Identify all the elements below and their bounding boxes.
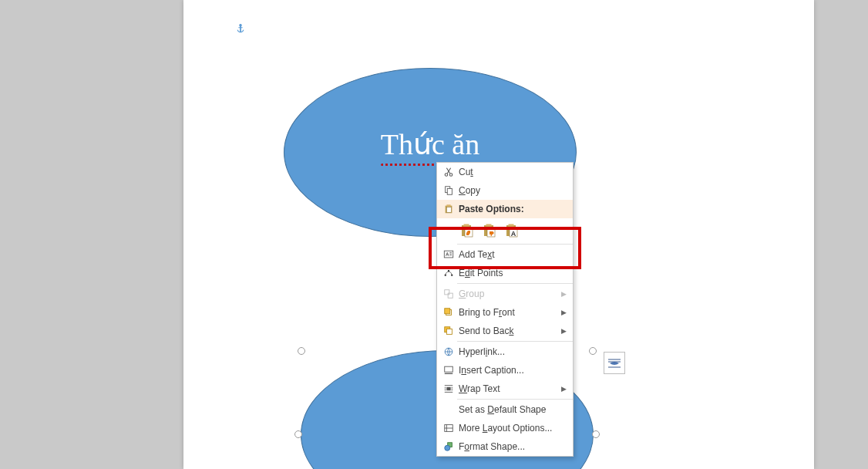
- menu-more-layout-options[interactable]: More Layout Options...: [437, 419, 573, 437]
- svg-point-0: [445, 174, 448, 177]
- add-text-icon: [440, 249, 457, 260]
- menu-paste-options-label: Paste Options:: [437, 200, 573, 218]
- menu-label: Send to Back: [457, 326, 558, 336]
- svg-rect-6: [446, 207, 451, 212]
- menu-label: Wrap Text: [457, 383, 558, 394]
- submenu-arrow-icon: ▶: [561, 290, 567, 298]
- menu-set-default-shape[interactable]: Set as Default Shape: [437, 400, 573, 419]
- svg-rect-8: [464, 224, 469, 227]
- menu-wrap-text[interactable]: Wrap Text ▶: [437, 380, 573, 398]
- cut-icon: [440, 167, 457, 177]
- svg-rect-14: [509, 224, 514, 227]
- menu-cut[interactable]: Cut: [437, 163, 573, 181]
- layout-options-icon: [440, 423, 457, 434]
- svg-point-32: [445, 445, 450, 450]
- context-menu: Cut Copy Paste Options: A Add Text: [436, 162, 574, 457]
- group-icon: [440, 288, 457, 299]
- svg-rect-18: [445, 275, 446, 276]
- menu-label: Paste Options:: [457, 204, 567, 214]
- edit-points-icon: [440, 268, 457, 278]
- anchor-icon: [235, 23, 246, 36]
- selection-handle[interactable]: [294, 430, 302, 438]
- menu-insert-caption[interactable]: Insert Caption...: [437, 361, 573, 380]
- submenu-arrow-icon: ▶: [561, 309, 567, 316]
- paste-icon: [440, 204, 457, 214]
- menu-label: Hyperlink...: [457, 346, 567, 357]
- selection-handle[interactable]: [589, 347, 597, 355]
- menu-label: More Layout Options...: [457, 423, 567, 434]
- menu-label: Group: [457, 288, 558, 299]
- menu-label: Add Text: [457, 249, 567, 260]
- menu-format-shape[interactable]: Format Shape...: [437, 437, 573, 456]
- submenu-arrow-icon: ▶: [561, 385, 567, 393]
- menu-copy[interactable]: Copy: [437, 181, 573, 200]
- menu-label: Set as Default Shape: [457, 404, 567, 415]
- shape-text: Thức ăn: [381, 127, 479, 161]
- layout-options-button[interactable]: [604, 352, 625, 374]
- selection-handle[interactable]: [592, 430, 600, 438]
- menu-send-to-back[interactable]: Send to Back ▶: [437, 322, 573, 340]
- menu-group: Group ▶: [437, 285, 573, 303]
- menu-separator: [457, 341, 573, 342]
- paste-text-only-icon[interactable]: A: [505, 223, 520, 238]
- menu-add-text[interactable]: Add Text: [437, 245, 573, 264]
- svg-rect-11: [486, 224, 492, 227]
- caption-icon: [440, 365, 457, 376]
- svg-rect-17: [444, 251, 453, 258]
- selection-handle[interactable]: [298, 347, 305, 355]
- menu-separator: [457, 244, 573, 245]
- svg-rect-5: [446, 204, 450, 207]
- menu-label: Insert Caption...: [457, 365, 567, 376]
- paste-merge-icon[interactable]: [483, 223, 498, 238]
- svg-rect-26: [446, 329, 452, 334]
- svg-rect-22: [448, 293, 453, 298]
- menu-hyperlink[interactable]: Hyperlink...: [437, 342, 573, 361]
- menu-edit-points[interactable]: Edit Points: [437, 264, 573, 282]
- send-back-icon: [440, 326, 457, 336]
- svg-rect-3: [447, 188, 452, 194]
- svg-rect-19: [451, 275, 453, 276]
- copy-icon: [440, 185, 457, 196]
- format-shape-icon: [440, 441, 457, 452]
- menu-label: Cut: [457, 167, 567, 177]
- paste-keep-source-icon[interactable]: [460, 223, 476, 238]
- svg-rect-21: [445, 290, 449, 295]
- menu-label: Edit Points: [457, 268, 567, 278]
- submenu-arrow-icon: ▶: [561, 327, 567, 335]
- svg-rect-24: [445, 309, 450, 314]
- svg-rect-28: [445, 366, 453, 372]
- wrap-text-icon: [440, 383, 457, 394]
- svg-point-1: [449, 174, 453, 177]
- menu-separator: [457, 399, 573, 400]
- menu-label: Format Shape...: [457, 441, 567, 452]
- svg-rect-20: [448, 270, 449, 272]
- svg-rect-29: [446, 387, 450, 390]
- svg-text:A: A: [511, 230, 516, 238]
- menu-label: Copy: [457, 185, 567, 196]
- menu-separator: [457, 283, 573, 284]
- menu-bring-to-front[interactable]: Bring to Front ▶: [437, 303, 573, 322]
- hyperlink-icon: [440, 346, 457, 357]
- paste-options-row: A: [437, 218, 573, 243]
- menu-label: Bring to Front: [457, 307, 558, 318]
- bring-front-icon: [440, 307, 457, 318]
- shape-text-value: Thức ăn: [381, 128, 479, 160]
